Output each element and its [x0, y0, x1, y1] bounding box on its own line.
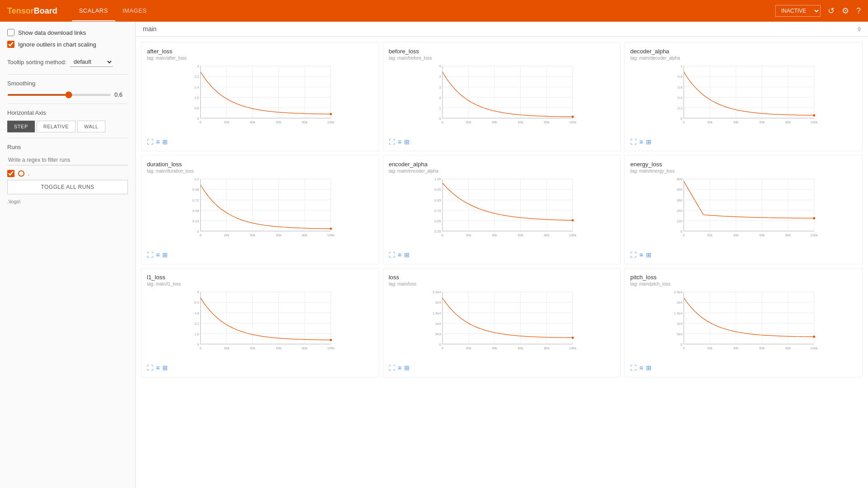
data-icon-l1_loss[interactable]: ≡ — [156, 364, 160, 371]
expand-icon-after_loss[interactable]: ⛶ — [147, 138, 153, 145]
expand-icon-loss[interactable]: ⛶ — [389, 364, 395, 371]
svg-text:40k: 40k — [733, 120, 739, 124]
nav-images[interactable]: IMAGES — [115, 1, 154, 21]
expand-icon-duration_loss[interactable]: ⛶ — [147, 251, 153, 258]
svg-text:100k: 100k — [811, 233, 818, 237]
svg-point-25 — [330, 113, 332, 115]
axis-step-button[interactable]: STEP — [7, 121, 35, 132]
run-row: . — [7, 170, 128, 177]
nav-scalars[interactable]: SCALARS — [72, 1, 115, 21]
svg-text:80k: 80k — [544, 346, 549, 350]
chart-title-loss: loss — [389, 274, 615, 281]
runs-filter-input[interactable] — [7, 155, 128, 165]
data-icon-decoder_alpha[interactable]: ≡ — [639, 138, 643, 145]
smoothing-slider[interactable] — [7, 94, 111, 96]
svg-text:0.4: 0.4 — [678, 96, 682, 100]
svg-text:0: 0 — [441, 346, 443, 350]
smoothing-row: 0.6 — [7, 91, 128, 98]
data-icon-duration_loss[interactable]: ≡ — [156, 251, 160, 258]
svg-rect-84 — [201, 179, 331, 231]
chart-actions-before_loss: ⛶ ≡ ⊞ — [389, 138, 615, 145]
zoom-icon-before_loss[interactable]: ⊞ — [404, 138, 410, 145]
zoom-icon-l1_loss[interactable]: ⊞ — [162, 364, 168, 371]
expand-icon-energy_loss[interactable]: ⛶ — [630, 251, 637, 258]
chart-tag-pitch_loss: tag: main/pitch_loss — [630, 282, 857, 286]
show-download-label: Show data download links — [18, 29, 86, 36]
chart-card-energy_loss: energy_loss tag: main/energy_loss 600480… — [624, 155, 863, 264]
chart-tag-encoder_alpha: tag: main/encoder_alpha — [389, 169, 615, 174]
svg-text:4: 4 — [439, 75, 441, 79]
refresh-icon[interactable]: ↺ — [828, 6, 835, 16]
expand-icon-encoder_alpha[interactable]: ⛶ — [389, 251, 395, 258]
ignore-outliers-checkbox[interactable] — [7, 41, 14, 48]
svg-text:2.5e4: 2.5e4 — [674, 290, 683, 294]
chart-actions-after_loss: ⛶ ≡ ⊞ — [147, 138, 373, 145]
svg-text:2.5e4: 2.5e4 — [432, 290, 441, 294]
chart-tag-l1_loss: tag: main/l1_loss — [147, 282, 373, 286]
zoom-icon-duration_loss[interactable]: ⊞ — [162, 251, 168, 258]
chart-card-decoder_alpha: decoder_alpha tag: main/decoder_alpha 10… — [624, 42, 863, 151]
svg-text:80k: 80k — [302, 346, 307, 350]
logo-board: Board — [34, 6, 57, 15]
zoom-icon-pitch_loss[interactable]: ⊞ — [646, 364, 651, 371]
smoothing-value: 0.6 — [114, 91, 128, 98]
svg-text:0.95: 0.95 — [434, 188, 441, 192]
expand-icon-decoder_alpha[interactable]: ⛶ — [630, 138, 637, 145]
ignore-outliers-row: Ignore outliers in chart scaling — [7, 41, 128, 48]
svg-text:60k: 60k — [518, 346, 523, 350]
zoom-icon-energy_loss[interactable]: ⊞ — [646, 251, 651, 258]
data-icon-pitch_loss[interactable]: ≡ — [639, 364, 643, 371]
svg-text:8: 8 — [197, 290, 199, 294]
data-icon-before_loss[interactable]: ≡ — [398, 138, 401, 145]
logo-tensor: Tensor — [7, 6, 34, 15]
svg-text:40k: 40k — [492, 346, 497, 350]
expand-icon-before_loss[interactable]: ⛶ — [389, 138, 395, 145]
chart-actions-duration_loss: ⛶ ≡ ⊞ — [147, 251, 373, 258]
svg-text:20k: 20k — [466, 120, 471, 124]
chart-tag-after_loss: tag: main/after_loss — [147, 56, 373, 61]
zoom-icon-decoder_alpha[interactable]: ⊞ — [646, 138, 651, 145]
status-dropdown[interactable]: INACTIVE — [775, 5, 821, 17]
axis-wall-button[interactable]: WALL — [77, 121, 105, 132]
sidebar-options: Show data download links Ignore outliers… — [7, 29, 128, 48]
chart-card-loss: loss tag: main/loss 2.5e42e41.5e41e45e30… — [383, 268, 621, 377]
svg-text:2.4: 2.4 — [194, 85, 199, 89]
help-icon[interactable]: ? — [856, 6, 861, 16]
expand-icon-pitch_loss[interactable]: ⛶ — [630, 364, 637, 371]
data-icon-loss[interactable]: ≡ — [398, 364, 401, 371]
data-icon-energy_loss[interactable]: ≡ — [639, 251, 643, 258]
smoothing-section-title: Smoothing — [7, 80, 128, 87]
settings-icon[interactable]: ⚙ — [842, 6, 849, 16]
chart-card-before_loss: before_loss tag: main/before_loss 543210… — [383, 42, 621, 151]
svg-text:60k: 60k — [276, 233, 282, 237]
chart-svg-energy_loss: 6004803602401200 020k40k60k80k100k — [630, 177, 857, 240]
svg-point-81 — [813, 114, 816, 117]
axis-buttons-group: STEP RELATIVE WALL — [7, 121, 128, 132]
svg-text:0: 0 — [441, 120, 443, 124]
chart-actions-decoder_alpha: ⛶ ≡ ⊞ — [630, 138, 857, 145]
chart-actions-energy_loss: ⛶ ≡ ⊞ — [630, 251, 857, 258]
data-icon-encoder_alpha[interactable]: ≡ — [398, 251, 401, 258]
zoom-icon-after_loss[interactable]: ⊞ — [162, 138, 168, 145]
run-checkbox[interactable] — [7, 170, 14, 177]
zoom-icon-loss[interactable]: ⊞ — [404, 364, 410, 371]
expand-icon-l1_loss[interactable]: ⛶ — [147, 364, 153, 371]
zoom-icon-encoder_alpha[interactable]: ⊞ — [404, 251, 410, 258]
svg-text:60k: 60k — [760, 346, 765, 350]
chart-title-encoder_alpha: encoder_alpha — [389, 161, 615, 168]
show-download-checkbox[interactable] — [7, 29, 14, 36]
data-icon-after_loss[interactable]: ≡ — [156, 138, 160, 145]
chart-svg-l1_loss: 86.44.83.21.60 020k40k60k80k100k — [147, 290, 373, 353]
svg-text:80k: 80k — [786, 233, 791, 237]
svg-text:4: 4 — [197, 64, 199, 68]
axis-relative-button[interactable]: RELATIVE — [37, 121, 75, 132]
svg-text:0.55: 0.55 — [434, 230, 441, 234]
show-download-row: Show data download links — [7, 29, 128, 36]
content-header: main 9 — [136, 22, 868, 37]
tooltip-sorting-row: Tooltip sorting method: default ascendin… — [7, 57, 128, 67]
svg-text:1.5e4: 1.5e4 — [674, 311, 683, 315]
tooltip-sorting-select[interactable]: default ascending descending nearest — [70, 57, 113, 67]
svg-point-221 — [571, 337, 574, 339]
svg-text:60k: 60k — [760, 120, 765, 124]
toggle-all-runs-button[interactable]: TOGGLE ALL RUNS — [7, 180, 128, 194]
